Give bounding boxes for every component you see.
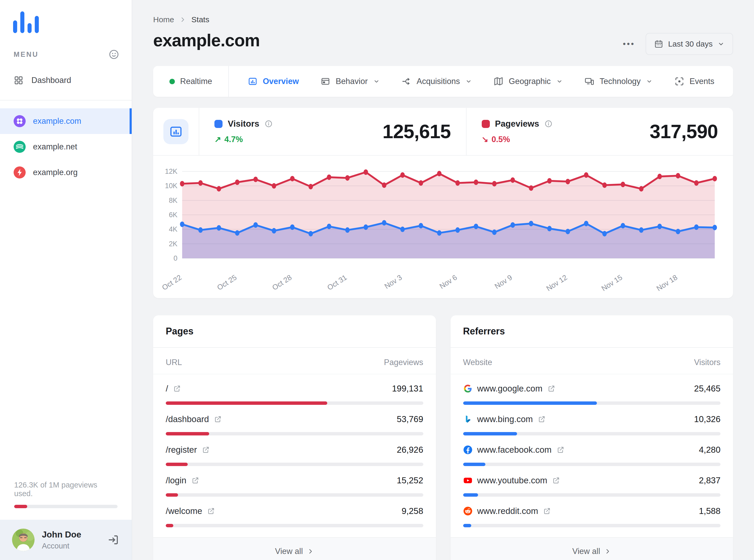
referrer-visitors: 2,837 xyxy=(699,476,720,485)
tab-overview[interactable]: Overview xyxy=(248,76,299,86)
page-row: /welcome 9,258 xyxy=(153,497,436,527)
svg-text:Nov 12: Nov 12 xyxy=(545,273,569,291)
theme-toggle-icon[interactable] xyxy=(108,49,120,60)
referrer-bar-track xyxy=(463,401,721,405)
external-link-icon[interactable] xyxy=(214,415,222,423)
visitors-label: Visitors xyxy=(228,119,259,129)
sidebar-item-label: Dashboard xyxy=(32,76,71,85)
pageviews-stat: Pageviews ↘ 0.5% 317,590 xyxy=(466,108,733,155)
sidebar-site-example-net[interactable]: example.net xyxy=(0,134,132,160)
referrer-link[interactable]: www.reddit.com xyxy=(477,506,538,516)
tab-behavior[interactable]: Behavior xyxy=(321,76,380,86)
external-link-icon[interactable] xyxy=(201,446,210,454)
external-link-icon[interactable] xyxy=(191,476,199,485)
referrers-panel: Referrers Website Visitors xyxy=(450,315,733,560)
svg-text:10K: 10K xyxy=(165,182,177,190)
svg-text:6K: 6K xyxy=(169,211,177,219)
page-url-link[interactable]: /dashboard xyxy=(166,414,209,424)
breadcrumb: Home Stats xyxy=(153,15,733,24)
info-icon[interactable] xyxy=(544,120,553,128)
tab-acquisitions[interactable]: Acquisitions xyxy=(401,76,472,86)
tab-label: Events xyxy=(690,77,714,86)
pageviews-value: 317,590 xyxy=(650,120,718,143)
referrer-bar-track xyxy=(463,493,721,497)
visitors-series-swatch xyxy=(214,120,223,128)
tab-geographic[interactable]: Geographic xyxy=(494,76,563,86)
page-row: /dashboard 53,769 xyxy=(153,405,436,436)
facebook-favicon-icon xyxy=(463,445,472,455)
referrer-link[interactable]: www.bing.com xyxy=(477,414,533,424)
reddit-favicon-icon xyxy=(463,506,472,516)
page-url-link[interactable]: /welcome xyxy=(166,506,202,516)
page-bar-fill xyxy=(166,493,178,497)
sidebar-site-example-com[interactable]: example.com xyxy=(0,108,132,134)
external-link-icon[interactable] xyxy=(538,415,546,423)
page-bar-track xyxy=(166,463,423,466)
sidebar-item-dashboard[interactable]: Dashboard xyxy=(0,67,132,93)
site-favicon-example-net-icon xyxy=(14,141,26,153)
external-link-icon[interactable] xyxy=(207,507,215,515)
tab-label: Technology xyxy=(600,77,641,86)
referrer-row: www.youtube.com 2,837 xyxy=(450,466,733,497)
calendar-icon xyxy=(654,39,663,49)
trend-down-arrow-icon: ↘ xyxy=(482,135,488,144)
svg-text:12K: 12K xyxy=(165,167,177,175)
svg-text:Nov 9: Nov 9 xyxy=(493,273,514,291)
page-url-link[interactable]: / xyxy=(166,384,168,394)
date-range-button[interactable]: Last 30 days xyxy=(645,33,733,55)
svg-text:2K: 2K xyxy=(169,240,177,248)
external-link-icon[interactable] xyxy=(556,446,565,454)
tab-events[interactable]: Events xyxy=(674,76,714,86)
external-link-icon[interactable] xyxy=(552,476,560,485)
page-url-link[interactable]: /login xyxy=(166,476,187,485)
chevron-down-icon xyxy=(646,78,653,85)
referrer-visitors: 4,280 xyxy=(699,445,720,455)
acquisitions-branch-icon xyxy=(401,76,411,86)
user-name: John Doe xyxy=(42,529,81,540)
info-icon[interactable] xyxy=(265,120,273,128)
tab-label: Acquisitions xyxy=(417,77,460,86)
sidebar-site-example-org[interactable]: example.org xyxy=(0,160,132,185)
svg-text:4K: 4K xyxy=(169,225,177,233)
page-url-link[interactable]: /register xyxy=(166,445,197,455)
logout-icon[interactable] xyxy=(107,534,120,546)
page-bar-fill xyxy=(166,463,188,466)
bing-favicon-icon xyxy=(463,415,472,424)
tab-technology[interactable]: Technology xyxy=(584,76,653,86)
pages-view-all-button[interactable]: View all xyxy=(153,537,436,560)
svg-text:Nov 15: Nov 15 xyxy=(600,273,624,291)
external-link-icon[interactable] xyxy=(547,384,556,393)
referrer-link[interactable]: www.youtube.com xyxy=(477,476,547,485)
visitors-stat: Visitors ↗ 4.7% 125,615 xyxy=(199,108,466,155)
page-pageviews: 26,926 xyxy=(397,445,423,455)
page-bar-track xyxy=(166,493,423,497)
avatar xyxy=(12,528,35,551)
page-pageviews: 199,131 xyxy=(392,384,423,394)
breadcrumb-home-link[interactable]: Home xyxy=(153,15,174,24)
usage-progress-fill xyxy=(14,505,27,508)
referrer-visitors: 1,588 xyxy=(699,506,720,516)
tab-realtime[interactable]: Realtime xyxy=(153,66,229,97)
breadcrumb-current: Stats xyxy=(191,15,209,24)
realtime-live-dot-icon xyxy=(169,79,175,84)
more-options-button[interactable]: ••• xyxy=(623,40,635,48)
referrer-link[interactable]: www.facebook.com xyxy=(477,445,552,455)
tab-label: Realtime xyxy=(180,77,212,86)
page-pageviews: 53,769 xyxy=(397,414,423,424)
overview-panel-icon xyxy=(163,119,189,144)
main-content: Home Stats example.com ••• Last 30 days xyxy=(132,0,754,560)
referrer-link[interactable]: www.google.com xyxy=(477,384,542,394)
pages-col-url: URL xyxy=(166,358,182,367)
user-role: Account xyxy=(42,542,81,550)
chevron-down-icon xyxy=(556,78,563,85)
account-card[interactable]: John Doe Account xyxy=(0,520,132,560)
referrer-bar-fill xyxy=(463,493,478,497)
referrers-view-all-button[interactable]: View all xyxy=(450,537,733,560)
external-link-icon[interactable] xyxy=(173,384,181,393)
pages-col-pageviews: Pageviews xyxy=(384,358,423,367)
app-logo-icon xyxy=(13,11,132,34)
pageviews-delta: 0.5% xyxy=(491,135,510,144)
external-link-icon[interactable] xyxy=(543,507,551,515)
pages-title: Pages xyxy=(153,315,436,348)
events-target-icon xyxy=(674,76,684,86)
